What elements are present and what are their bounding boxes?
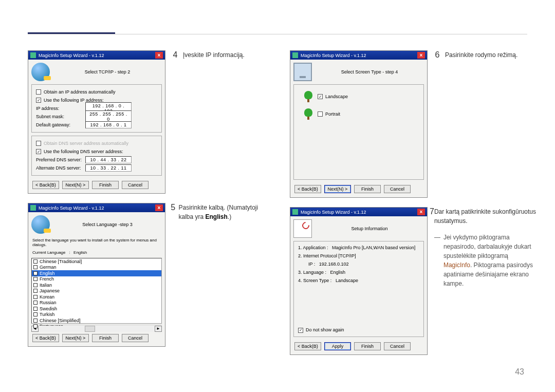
apply-button[interactable]: Apply <box>324 342 351 350</box>
step-header: Setup Information <box>315 226 424 231</box>
finish-button[interactable]: Finish <box>354 342 381 350</box>
step-header: Select Language -step 3 <box>53 222 162 227</box>
close-icon[interactable]: × <box>155 52 163 59</box>
titlebar: MagicInfo Setup Wizard - v.1.12 × <box>28 51 165 60</box>
list-item[interactable]: Russian <box>32 300 161 306</box>
titlebar: MagicInfo Setup Wizard - v.1.12 × <box>290 208 427 216</box>
cancel-button[interactable]: Cancel <box>384 185 411 193</box>
back-button[interactable]: < Back(B) <box>294 185 321 193</box>
list-item[interactable]: French <box>32 276 161 283</box>
label-pref-dns: Preferred DNS server: <box>36 157 85 162</box>
info-ip: 192.168.0.102 <box>319 262 349 267</box>
step-text-4: Įveskite IP informaciją. <box>183 50 245 194</box>
checkbox-do-not-show[interactable] <box>298 328 303 333</box>
panel-language: MagicInfo Setup Wizard - v.1.12 × Select… <box>28 203 165 347</box>
finish-button[interactable]: Finish <box>354 185 381 193</box>
input-alt-dns[interactable]: 10 . 33 . 22 . 11 <box>85 164 132 172</box>
list-item[interactable]: Chinese [Simplified] <box>32 318 161 324</box>
info-lang: English <box>330 270 346 275</box>
window-title: MagicInfo Setup Wizard - v.1.12 <box>301 210 417 215</box>
globe-icon <box>31 63 50 81</box>
step-header: Select Screen Type - step 4 <box>315 69 424 74</box>
checkbox-auto-ip[interactable] <box>36 89 41 95</box>
checkbox-portrait[interactable] <box>318 111 323 117</box>
finish-button[interactable]: Finish <box>92 181 119 189</box>
list-item[interactable]: Italian <box>32 282 161 288</box>
next-button[interactable]: Next(N) > <box>62 334 89 342</box>
label-landscape: Landscape <box>325 94 348 99</box>
label-subnet: Subnet mask: <box>36 114 85 119</box>
step-text-5: Pasirinkite kalbą. (Numatytoji kalba yra… <box>178 203 274 347</box>
info-app: MagicInfo Pro [LAN,WAN based version] <box>332 245 415 250</box>
next-button[interactable]: Next(N) > <box>62 181 89 189</box>
info-screen: Landscape <box>336 278 358 283</box>
panel-tcpip: MagicInfo Setup Wizard - v.1.12 × Select… <box>28 50 165 194</box>
titlebar: MagicInfo Setup Wizard - v.1.12 × <box>290 51 427 60</box>
cancel-button[interactable]: Cancel <box>122 181 149 189</box>
titlebar: MagicInfo Setup Wizard - v.1.12 × <box>28 203 165 212</box>
step-text-6: Pasirinkite rodymo režimą. <box>445 50 517 198</box>
back-button[interactable]: < Back(B) <box>32 181 59 189</box>
cur-lang-label: Current Language <box>32 250 66 255</box>
step-number-6: 6 <box>430 50 445 198</box>
finish-button[interactable]: Finish <box>92 334 119 342</box>
label-do-not-show: Do not show again <box>306 327 344 332</box>
step-header: Select TCP/IP - step 2 <box>53 69 162 74</box>
input-pref-dns[interactable]: 10 . 44 . 33 . 22 <box>85 156 132 163</box>
window-title: MagicInfo Setup Wizard - v.1.12 <box>39 53 155 58</box>
monitor-icon <box>293 63 312 81</box>
note-text: Jei vykdymo piktograma nepasirodo, darba… <box>434 233 536 288</box>
list-item[interactable]: Korean <box>32 294 161 300</box>
cancel-button[interactable]: Cancel <box>384 342 411 350</box>
globe-icon <box>31 215 50 234</box>
checkbox-use-ip[interactable] <box>36 98 41 103</box>
lang-intro: Select the language you want to install … <box>31 237 162 249</box>
next-button[interactable]: Next(N) > <box>324 185 351 193</box>
scrollbar[interactable]: ◄ ► <box>31 325 162 332</box>
page-number: 43 <box>515 367 524 377</box>
list-item[interactable]: Chinese [Traditional] <box>32 258 161 265</box>
checkbox-landscape[interactable] <box>318 94 323 99</box>
label-auto-ip: Obtain an IP address automatically <box>44 89 115 95</box>
doc-icon <box>293 219 312 238</box>
tree-icon <box>303 91 313 102</box>
app-icon <box>292 209 298 215</box>
panel-screen-type: MagicInfo Setup Wizard - v.1.12 × Select… <box>290 50 428 198</box>
list-item[interactable]: Japanese <box>32 288 161 294</box>
close-icon[interactable]: × <box>155 204 163 211</box>
label-use-dns: Use the following DNS server address: <box>44 149 123 154</box>
app-icon <box>292 52 298 58</box>
info-protocol: 2. Internet Protocol [TCP/IP] <box>295 252 422 260</box>
app-icon <box>30 205 36 211</box>
window-title: MagicInfo Setup Wizard - v.1.12 <box>301 53 417 58</box>
label-ip: IP address: <box>36 106 85 111</box>
input-gateway[interactable]: 192 . 168 . 0 . 1 <box>85 121 132 128</box>
label-gateway: Default gateway: <box>36 122 85 127</box>
cur-lang-value: English <box>73 250 87 255</box>
app-icon <box>30 52 36 58</box>
step-number-4: 4 <box>168 50 183 194</box>
tree-icon <box>303 108 313 120</box>
cancel-button[interactable]: Cancel <box>122 334 149 342</box>
window-title: MagicInfo Setup Wizard - v.1.12 <box>39 206 155 211</box>
step-text-7: Dar kartą patikrinkite sukonfigūruotus n… <box>434 207 536 226</box>
close-icon[interactable]: × <box>417 209 425 215</box>
checkbox-auto-dns <box>36 141 41 146</box>
language-list[interactable]: Chinese [Traditional]GermanEnglishFrench… <box>31 258 162 324</box>
close-icon[interactable]: × <box>417 52 425 59</box>
back-button[interactable]: < Back(B) <box>32 334 59 342</box>
list-item[interactable]: English <box>32 270 161 276</box>
list-item[interactable]: Turkish <box>32 312 161 318</box>
list-item[interactable]: German <box>32 265 161 271</box>
back-button[interactable]: < Back(B) <box>294 342 321 350</box>
panel-setup-info: MagicInfo Setup Wizard - v.1.12 × Setup … <box>290 207 428 355</box>
label-alt-dns: Alternate DNS server: <box>36 165 85 171</box>
label-portrait: Portrait <box>325 111 340 117</box>
step-number-5: 5 <box>168 203 178 347</box>
label-auto-dns: Obtain DNS server address automatically <box>44 141 128 146</box>
step-number-7: 7 <box>430 207 434 355</box>
list-item[interactable]: Swedish <box>32 306 161 312</box>
checkbox-use-dns[interactable] <box>36 149 41 154</box>
